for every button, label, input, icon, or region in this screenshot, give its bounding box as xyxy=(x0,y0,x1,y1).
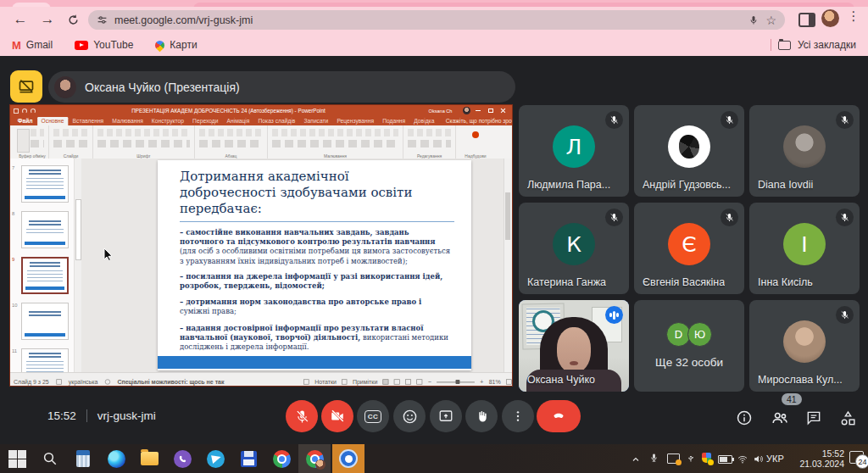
slide-thumbnail-9-selected[interactable] xyxy=(21,257,69,294)
browser-menu-icon[interactable]: ⋮ xyxy=(847,8,860,24)
comments-button[interactable]: Примітки xyxy=(353,379,377,386)
tray-volume-icon[interactable] xyxy=(753,453,764,468)
tab-help[interactable]: Довідка xyxy=(410,117,438,125)
tab-transitions[interactable]: Переходи xyxy=(188,117,222,125)
quick-access-toolbar[interactable] xyxy=(14,109,36,114)
addins-button[interactable] xyxy=(472,131,479,138)
reactions-button[interactable] xyxy=(393,400,426,432)
undo-icon[interactable] xyxy=(22,109,27,114)
reload-button[interactable] xyxy=(61,8,85,31)
bookmark-gmail[interactable]: M Gmail xyxy=(12,39,53,52)
start-button[interactable] xyxy=(7,448,27,469)
leave-call-button[interactable] xyxy=(537,400,581,432)
participant-tile-kateryna[interactable]: К Катерина Ганжа xyxy=(519,203,629,294)
slide-thumbnail-11[interactable] xyxy=(21,348,69,373)
show-everyone-button[interactable] xyxy=(770,408,790,428)
tray-chevron-icon[interactable] xyxy=(631,453,641,468)
notes-button[interactable]: Нотатки xyxy=(314,379,337,386)
presentation-paused-button[interactable] xyxy=(10,70,42,103)
side-panel-icon[interactable] xyxy=(798,13,815,27)
slideshow-view-button[interactable] xyxy=(417,379,423,384)
tab-active-partial[interactable] xyxy=(193,3,854,7)
taskbar-chrome[interactable] xyxy=(271,448,292,469)
zoom-level[interactable]: 81% xyxy=(489,379,501,386)
taskbar-viber[interactable] xyxy=(172,448,192,469)
tab-file[interactable]: Файл xyxy=(14,117,36,125)
participant-tile-yevheniia[interactable]: Є Євгенія Васякіна xyxy=(634,203,744,294)
tab-view[interactable]: Подання xyxy=(378,117,409,125)
all-bookmarks[interactable]: Усі закладки xyxy=(771,39,856,51)
save-icon[interactable] xyxy=(14,109,19,114)
taskbar-calculator[interactable] xyxy=(73,448,93,469)
tab-animations[interactable]: Анімація xyxy=(223,117,253,125)
zoom-in-button[interactable]: + xyxy=(480,379,483,386)
accessibility-status[interactable]: Спеціальні можливості: щось не так xyxy=(117,379,224,386)
participant-tile-myroslava[interactable]: Мирослава Кул... xyxy=(749,300,860,392)
language-indicator[interactable]: українська xyxy=(69,379,97,386)
taskbar-file-explorer[interactable] xyxy=(139,448,159,469)
more-options-button[interactable] xyxy=(502,400,534,432)
tab-slideshow[interactable]: Показ слайдів xyxy=(254,117,299,125)
fit-to-window-button[interactable] xyxy=(506,379,512,384)
url-bar[interactable]: meet.google.com/vrj-gusk-jmi ☆ xyxy=(88,10,785,30)
raise-hand-button[interactable] xyxy=(465,400,498,432)
reading-view-button[interactable] xyxy=(405,379,411,384)
tray-notifications-icon[interactable]: 24 xyxy=(849,451,864,464)
taskbar-telegram[interactable] xyxy=(205,448,225,469)
tab-record[interactable]: Записати xyxy=(300,117,332,125)
chat-button[interactable] xyxy=(804,408,824,428)
forward-button[interactable]: → xyxy=(36,8,59,31)
tray-clock[interactable]: 15:52 21.03.2024 xyxy=(788,448,844,469)
taskbar-active-app[interactable] xyxy=(332,444,364,473)
tab-partial[interactable] xyxy=(12,3,51,7)
back-button[interactable]: ← xyxy=(8,8,32,31)
ribbon-buttons[interactable] xyxy=(408,129,451,147)
normal-view-button[interactable] xyxy=(383,379,389,384)
taskbar-save-app[interactable] xyxy=(238,448,259,469)
tab-design[interactable]: Конструктор xyxy=(147,117,188,125)
ribbon-buttons[interactable] xyxy=(272,129,398,147)
meeting-details-button[interactable] xyxy=(734,408,754,428)
site-settings-icon[interactable] xyxy=(97,14,108,25)
presenter-chip[interactable]: Оксана Чуйко (Презентація) xyxy=(48,71,515,103)
bookmark-youtube[interactable]: YouTube xyxy=(75,39,133,51)
camera-toggle-button[interactable] xyxy=(321,400,353,432)
tray-wifi-icon[interactable] xyxy=(737,453,748,468)
more-people-tile[interactable]: D Ю Ще 32 особи xyxy=(634,300,744,392)
taskbar-edge[interactable] xyxy=(106,448,126,469)
ppt-account[interactable]: Oksana Ch xyxy=(421,107,470,115)
participant-tile-diana[interactable]: Diana Iovdii xyxy=(749,105,860,197)
ppt-minimize-button[interactable] xyxy=(472,106,483,115)
tab-review[interactable]: Рецензування xyxy=(333,117,378,125)
tray-display-icon[interactable] xyxy=(667,454,680,464)
tab-insert[interactable]: Вставлення xyxy=(69,117,108,125)
tray-mic-icon[interactable] xyxy=(649,452,659,467)
slide-scrollbar[interactable] xyxy=(504,159,512,373)
tray-security-icon[interactable] xyxy=(702,453,711,463)
ribbon-buttons[interactable] xyxy=(31,129,44,147)
redo-icon[interactable] xyxy=(31,109,36,114)
paste-button[interactable] xyxy=(17,129,30,153)
mic-toggle-button[interactable] xyxy=(286,400,318,432)
bookmark-star-icon[interactable]: ☆ xyxy=(765,14,776,26)
participant-tile-inna[interactable]: І Інна Кисіль xyxy=(749,203,860,294)
present-button[interactable] xyxy=(430,400,462,432)
tab-draw[interactable]: Малювання xyxy=(108,117,147,125)
bookmark-maps[interactable]: Карти xyxy=(155,39,197,51)
zoom-slider[interactable] xyxy=(437,381,475,382)
slide-thumbnail-7[interactable] xyxy=(21,165,69,203)
participant-tile-oksana-video[interactable]: Оксана Чуйко xyxy=(519,300,629,392)
voice-search-icon[interactable] xyxy=(748,14,759,26)
ribbon-buttons[interactable] xyxy=(97,129,190,147)
slide-sorter-view-button[interactable] xyxy=(394,379,400,384)
taskbar-search[interactable] xyxy=(40,448,60,469)
taskbar-chrome-active[interactable] xyxy=(298,444,331,473)
ppt-close-button[interactable] xyxy=(498,106,509,115)
ppt-restore-button[interactable] xyxy=(485,106,496,115)
tell-me-box[interactable]: Скажіть, що потрібно зробити xyxy=(446,117,512,125)
captions-button[interactable]: CC xyxy=(357,400,389,432)
tray-language[interactable]: УКР xyxy=(766,454,784,464)
tab-home[interactable]: Основне xyxy=(37,117,68,125)
activities-button[interactable] xyxy=(837,408,858,428)
tray-usb-icon[interactable] xyxy=(687,452,695,468)
